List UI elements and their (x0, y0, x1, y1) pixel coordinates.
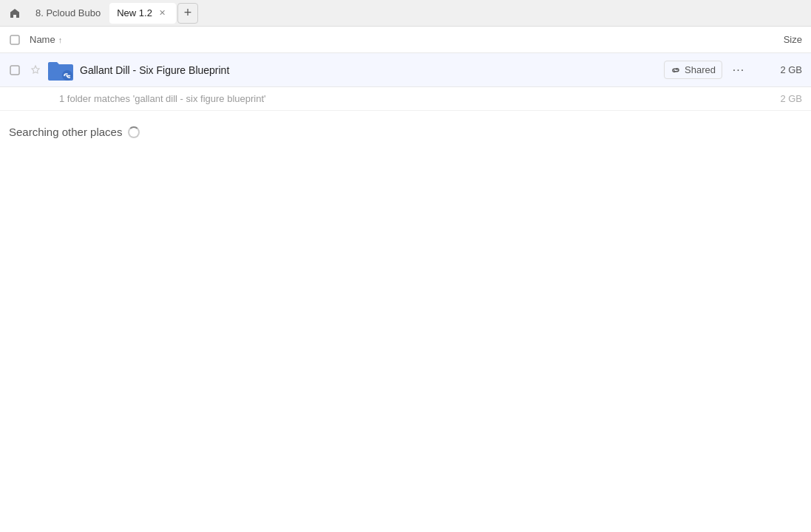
file-checkbox[interactable] (9, 64, 30, 76)
shared-badge[interactable]: Shared (664, 61, 722, 79)
tab-bar: 8. Pcloud Bubo New 1.2 ✕ + (0, 0, 811, 27)
searching-text: Searching other places (9, 126, 122, 138)
size-column-header[interactable]: Size (743, 34, 802, 45)
file-name-label: Gallant Dill - Six Figure Blueprint (80, 64, 664, 76)
shared-label: Shared (685, 64, 716, 75)
home-tab[interactable] (3, 3, 27, 24)
more-options-button[interactable]: ··· (728, 60, 749, 81)
name-column-header[interactable]: Name ↑ (30, 34, 743, 45)
more-icon: ··· (733, 64, 744, 76)
match-info-row: 1 folder matches 'gallant dill - six fig… (0, 87, 811, 111)
star-icon[interactable] (30, 64, 47, 76)
add-tab-button[interactable]: + (177, 3, 198, 24)
svg-rect-0 (10, 35, 19, 44)
match-text: 1 folder matches 'gallant dill - six fig… (59, 93, 758, 104)
svg-rect-1 (10, 66, 19, 75)
searching-row: Searching other places (0, 111, 811, 153)
folder-icon-wrap (47, 57, 74, 83)
select-all-checkbox[interactable] (9, 34, 30, 46)
tab-pcloud-bubo[interactable]: 8. Pcloud Bubo (28, 3, 108, 24)
add-tab-icon: + (184, 5, 192, 21)
file-list-row[interactable]: Gallant Dill - Six Figure Blueprint Shar… (0, 53, 811, 87)
loading-spinner (128, 126, 140, 138)
column-header: Name ↑ Size (0, 27, 811, 53)
size-column-label: Size (784, 34, 802, 45)
tab-pcloud-bubo-label: 8. Pcloud Bubo (35, 7, 101, 18)
tab-new-1-2-close[interactable]: ✕ (157, 7, 169, 19)
tab-new-1-2-label: New 1.2 (117, 7, 152, 18)
link-icon (671, 65, 681, 75)
match-size: 2 GB (758, 93, 802, 104)
file-size-label: 2 GB (758, 64, 802, 75)
sort-indicator: ↑ (58, 35, 63, 44)
name-column-label: Name (30, 34, 55, 45)
folder-icon (48, 59, 73, 81)
tab-new-1-2[interactable]: New 1.2 ✕ (109, 3, 176, 24)
